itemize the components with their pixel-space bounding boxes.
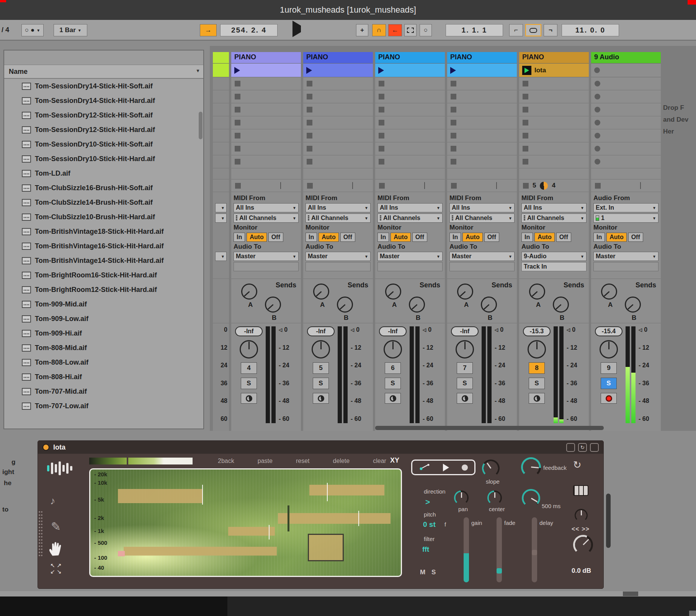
monitor-in-button[interactable]: In (449, 233, 461, 242)
status-strip-handle[interactable] (623, 592, 638, 596)
solo-button[interactable]: S (457, 378, 473, 389)
clip-slot[interactable] (447, 103, 517, 116)
monitor-auto-button[interactable]: Auto (247, 233, 266, 242)
volume-display[interactable]: -15.3 (523, 326, 551, 336)
resize-arrows-icon[interactable]: ↖↗↙↘ (49, 562, 62, 575)
spectrogram-display[interactable]: 20k 10k 5k 2k 1k 500 100 40 (89, 468, 402, 577)
file-row[interactable]: Tom-808-Low.aif (4, 355, 203, 370)
input-type-chooser[interactable]: All Ins▼ (521, 203, 587, 212)
clip-slot[interactable] (591, 103, 661, 116)
monitor-in-button[interactable]: In (306, 233, 317, 242)
drag-grip-handle[interactable] (39, 511, 42, 556)
clip-slot-playing[interactable]: Iota (519, 64, 589, 77)
gain-slider[interactable] (464, 517, 469, 582)
file-row[interactable]: Tom-BritishVintage16-Stick-Hit-Hard.aif (4, 239, 203, 253)
arm-button[interactable] (529, 393, 545, 404)
track-activator[interactable]: 9 (601, 362, 617, 374)
clip-slot[interactable] (447, 77, 517, 90)
clip-slot[interactable] (447, 129, 517, 142)
scene-slot[interactable] (213, 90, 229, 103)
send-a-knob[interactable] (385, 284, 401, 300)
monitor-in-button[interactable]: In (234, 233, 245, 242)
file-row[interactable]: Tom-BritishVintage18-Stick-Hit-Hard.aif (4, 224, 203, 239)
grain-region-pink[interactable] (118, 551, 125, 556)
time-knob[interactable] (522, 489, 540, 507)
slope-knob[interactable] (482, 460, 500, 477)
loop-start-display[interactable]: 1. 1. 1 (446, 24, 503, 36)
device-record-icon[interactable] (462, 464, 468, 471)
clip-slot[interactable] (375, 77, 445, 90)
volume-display[interactable]: -15.4 (595, 326, 622, 336)
file-row[interactable]: Tom-LD.aif (4, 166, 203, 181)
input-channel-chooser[interactable]: All Channels▼ (449, 213, 515, 223)
monitor-off-button[interactable]: Off (268, 233, 283, 242)
device-play-icon[interactable] (443, 464, 449, 471)
output-level-knob[interactable] (573, 535, 593, 555)
track-header[interactable]: 9 Audio (591, 52, 661, 64)
track-header[interactable]: PIANO (519, 52, 589, 64)
file-row[interactable]: Tom-909-Low.aif (4, 311, 203, 326)
hand-tool-icon[interactable] (48, 540, 63, 558)
pencil-tool-icon[interactable]: ✎ (51, 520, 61, 534)
clip-slot[interactable] (375, 129, 445, 142)
browser-scrollbar[interactable] (199, 112, 203, 139)
clip-slot[interactable] (303, 142, 373, 155)
grain-region[interactable] (309, 485, 384, 495)
loop-mode-icon[interactable]: ↻ (573, 459, 582, 471)
clip-slot[interactable] (231, 77, 301, 90)
track-header[interactable]: PIANO (231, 52, 301, 64)
clip-slot[interactable] (519, 103, 589, 116)
monitor-in-button[interactable]: In (593, 233, 605, 242)
file-row[interactable]: Tom-707-Low.aif (4, 399, 203, 413)
send-b-knob[interactable] (265, 297, 281, 313)
monitor-off-button[interactable]: Off (556, 233, 571, 242)
clip-slot[interactable] (447, 90, 517, 103)
stop-all-clips-button[interactable] (235, 183, 241, 189)
scene-slot[interactable] (213, 77, 229, 90)
piano-keys-icon[interactable] (573, 485, 588, 496)
volume-display[interactable]: -Inf (235, 326, 263, 336)
output-chooser[interactable]: Master▼ (449, 252, 515, 261)
clip-launch-button[interactable] (522, 66, 531, 75)
input-channel-chooser[interactable]: All Channels▼ (306, 213, 371, 223)
monitor-off-button[interactable]: Off (628, 233, 643, 242)
solo-button[interactable]: S (385, 378, 401, 389)
output-chooser[interactable]: Master▼ (377, 252, 443, 261)
clip-slot-playing[interactable] (375, 64, 445, 77)
monitor-auto-button[interactable]: Auto (534, 233, 554, 242)
clip-slot[interactable] (303, 116, 373, 129)
hot-swap-icon[interactable]: ↻ (578, 443, 587, 452)
arm-button[interactable] (313, 393, 329, 404)
pan-knob[interactable] (384, 340, 402, 359)
monitor-in-button[interactable]: In (377, 233, 389, 242)
clip-slot[interactable] (591, 64, 661, 77)
file-row[interactable]: Tom-SessionDry10-Stick-Hit-Soft.aif (4, 137, 203, 152)
send-a-knob[interactable] (313, 284, 329, 300)
solo-button[interactable]: S (241, 378, 257, 389)
grain-region[interactable] (124, 547, 277, 556)
device-menu-item[interactable]: clear (373, 458, 386, 464)
file-row[interactable]: Tom-SessionDry12-Stick-Hit-Soft.aif (4, 108, 203, 122)
clip-slot-playing[interactable] (303, 64, 373, 77)
solo-button[interactable]: S (601, 378, 617, 389)
stop-all-clips-button[interactable] (523, 183, 529, 189)
input-type-chooser[interactable]: All Ins▼ (449, 203, 515, 212)
file-row[interactable]: Tom-909-Hi.aif (4, 326, 203, 341)
filter-value[interactable]: fft (422, 546, 429, 554)
mute-button[interactable]: M (420, 569, 425, 576)
input-channel-chooser[interactable]: All Channels▼ (521, 213, 587, 223)
pan-knob[interactable] (456, 340, 474, 359)
arrangement-position-display[interactable]: 254. 2. 4 (220, 24, 278, 36)
note-mode-icon[interactable]: ♪ (50, 495, 56, 507)
node-tool-icon[interactable] (419, 463, 430, 472)
grain-region[interactable] (278, 513, 390, 524)
fade-slider[interactable] (497, 517, 502, 582)
send-b-knob[interactable] (625, 297, 641, 313)
arm-button[interactable] (457, 393, 473, 404)
send-b-knob[interactable] (553, 297, 569, 313)
scene-slot[interactable] (213, 116, 229, 129)
solo-button[interactable]: S (313, 378, 329, 389)
grain-region[interactable] (228, 527, 275, 536)
back-to-arrangement-button[interactable]: ← (388, 24, 402, 36)
clip-slot[interactable] (303, 90, 373, 103)
